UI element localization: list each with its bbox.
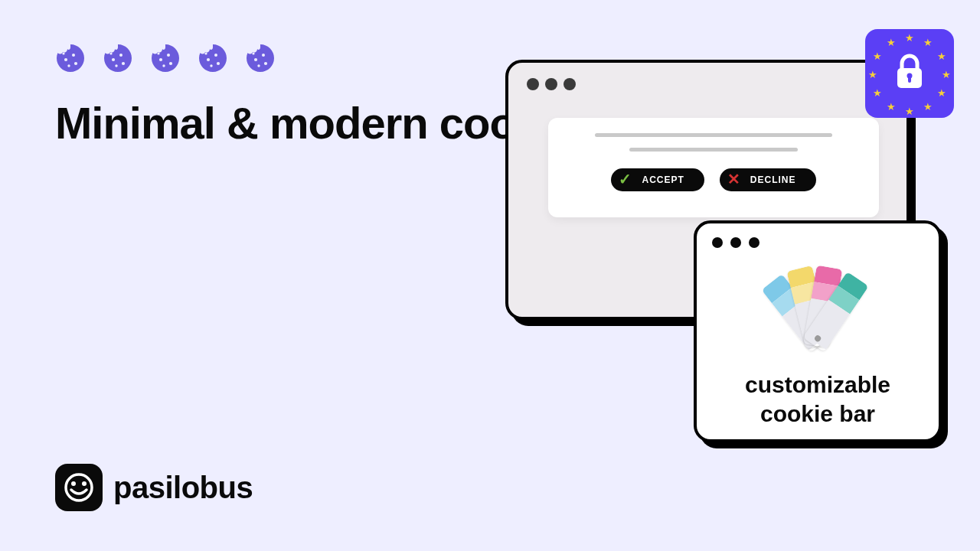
check-icon: ✓ — [619, 170, 632, 188]
svg-point-1 — [72, 54, 75, 57]
svg-point-12 — [169, 62, 172, 65]
svg-point-24 — [252, 52, 254, 54]
svg-point-7 — [122, 62, 125, 65]
svg-point-22 — [264, 62, 267, 65]
svg-point-0 — [64, 58, 67, 61]
cross-icon: ✕ — [727, 170, 741, 188]
accept-button[interactable]: ✓ ACCEPT — [611, 168, 704, 191]
cookie-icon — [198, 43, 228, 77]
customizable-card: customizable cookie bar — [694, 220, 942, 442]
brand-mark-icon — [55, 464, 103, 511]
brand-name: pasilobus — [113, 471, 253, 505]
svg-point-4 — [62, 52, 64, 54]
svg-point-26 — [71, 481, 76, 486]
decline-button[interactable]: ✕ DECLINE — [720, 168, 816, 191]
cookie-icon — [150, 43, 181, 77]
svg-rect-30 — [908, 77, 911, 83]
color-swatch-fan-icon — [764, 262, 871, 361]
svg-point-15 — [207, 58, 210, 61]
banner-text-placeholder — [595, 133, 832, 137]
svg-point-5 — [112, 58, 115, 61]
svg-point-8 — [115, 64, 117, 67]
banner-buttons: ✓ ACCEPT ✕ DECLINE — [611, 168, 815, 191]
svg-point-3 — [67, 64, 70, 67]
svg-point-19 — [204, 52, 207, 54]
svg-point-14 — [157, 52, 159, 54]
eu-gdpr-badge: ★ ★ ★ ★ ★ ★ ★ ★ ★ ★ ★ ★ — [865, 29, 954, 118]
svg-point-23 — [257, 64, 260, 67]
svg-point-13 — [162, 64, 165, 67]
svg-point-27 — [82, 481, 87, 486]
svg-point-20 — [254, 58, 257, 61]
cookie-icons-row — [55, 43, 276, 77]
window-controls-icon — [527, 78, 576, 90]
svg-point-17 — [217, 62, 220, 65]
svg-point-11 — [167, 54, 170, 57]
cookie-icon — [103, 43, 133, 77]
svg-point-16 — [214, 54, 217, 57]
svg-point-9 — [109, 52, 112, 54]
cookie-icon — [245, 43, 276, 77]
svg-point-25 — [66, 474, 92, 500]
brand-logo: pasilobus — [55, 464, 253, 511]
svg-point-18 — [210, 64, 212, 67]
banner-text-placeholder — [629, 148, 798, 152]
window-controls-icon — [712, 237, 760, 248]
lock-icon — [893, 53, 926, 94]
decline-button-label: DECLINE — [750, 174, 796, 185]
svg-point-21 — [262, 54, 265, 57]
accept-button-label: ACCEPT — [642, 174, 684, 185]
customizable-card-text: customizable cookie bar — [745, 370, 890, 428]
svg-point-6 — [119, 54, 122, 57]
svg-point-10 — [159, 58, 162, 61]
cookie-banner: ✓ ACCEPT ✕ DECLINE — [548, 118, 879, 217]
cookie-icon — [55, 43, 86, 77]
svg-point-2 — [74, 62, 77, 65]
